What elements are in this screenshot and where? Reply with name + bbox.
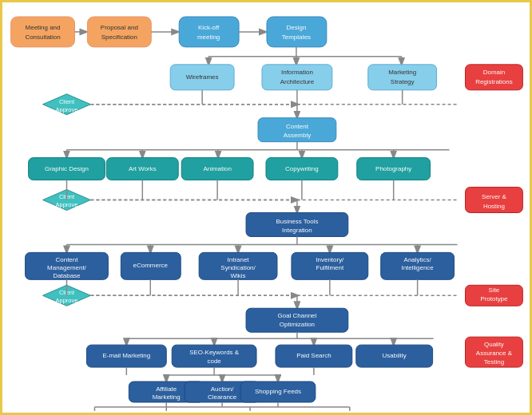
svg-text:Approve: Approve xyxy=(56,297,78,304)
kickoff-node xyxy=(179,17,239,47)
info-arch-node xyxy=(262,65,332,90)
proposal-node xyxy=(87,17,151,47)
wireframes-node xyxy=(170,65,234,90)
svg-text:Approve: Approve xyxy=(56,106,78,113)
email-marketing-node xyxy=(86,345,166,367)
seo-node xyxy=(172,345,256,367)
inventory-node xyxy=(292,252,368,279)
svg-text:Client: Client xyxy=(59,98,75,105)
meeting-node xyxy=(11,17,75,47)
site-prototype-node xyxy=(466,285,523,306)
graphic-design-node xyxy=(29,158,105,180)
server-hosting-node xyxy=(466,188,523,213)
svg-rect-0 xyxy=(3,2,530,413)
analytics-node xyxy=(381,252,455,279)
usability-node xyxy=(356,345,433,367)
ecommerce-node xyxy=(121,252,181,279)
intranet-node xyxy=(199,252,277,279)
qa-testing-node xyxy=(466,337,523,367)
goal-channel-node xyxy=(246,308,348,332)
animation-node xyxy=(181,158,253,180)
diagram-container: Meeting and Consultation Proposal and Sp… xyxy=(2,2,530,413)
photography-node xyxy=(357,158,431,180)
marketing-strategy-node xyxy=(368,65,437,90)
copywriting-node xyxy=(266,158,338,180)
design-node xyxy=(267,17,327,47)
business-tools-node xyxy=(246,212,348,236)
domain-node xyxy=(466,65,523,90)
paid-search-node xyxy=(276,345,352,367)
shopping-feeds-node xyxy=(240,381,316,402)
content-mgmt-node xyxy=(26,252,109,279)
content-assembly-node xyxy=(258,118,336,142)
svg-text:Approve: Approve xyxy=(56,201,78,208)
art-works-node xyxy=(106,158,178,180)
